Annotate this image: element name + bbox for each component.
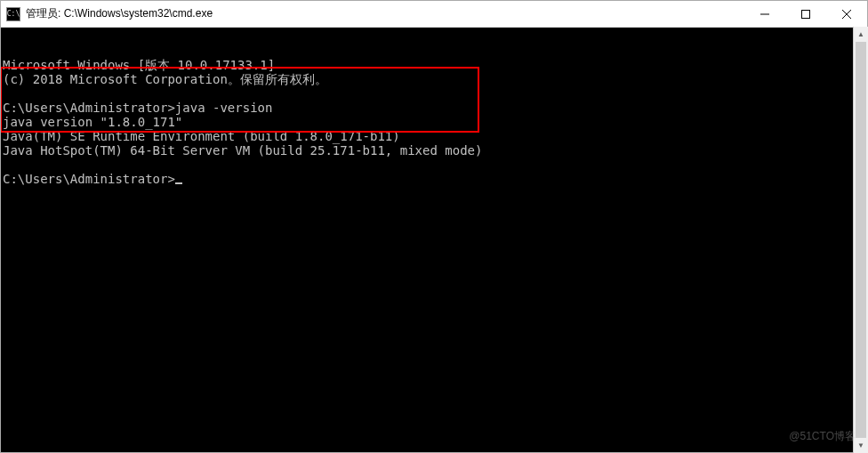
terminal-area[interactable]: Microsoft Windows [版本 10.0.17133.1](c) 2… [1,28,867,452]
cursor [175,182,182,184]
window-controls [744,1,867,27]
terminal-line: Microsoft Windows [版本 10.0.17133.1] [3,58,865,72]
terminal-line: C:\Users\Administrator>java -version [3,101,865,115]
terminal-line: (c) 2018 Microsoft Corporation。保留所有权利。 [3,72,865,86]
titlebar[interactable]: C:\ 管理员: C:\Windows\system32\cmd.exe [1,1,867,28]
close-button[interactable] [826,1,867,27]
maximize-button[interactable] [785,1,826,27]
terminal-line [3,86,865,101]
terminal-line: Java HotSpot(TM) 64-Bit Server VM (build… [3,143,865,158]
vertical-scrollbar[interactable]: ▲ ▼ [853,27,868,453]
scroll-thumb[interactable] [856,42,866,438]
scroll-up-arrow[interactable]: ▲ [854,27,868,42]
scroll-track[interactable] [854,42,868,438]
minimize-button[interactable] [744,1,785,27]
cmd-icon: C:\ [6,7,20,21]
terminal-line: Java(TM) SE Runtime Environment (build 1… [3,129,865,143]
scroll-down-arrow[interactable]: ▼ [854,438,868,453]
terminal-line: C:\Users\Administrator> [3,172,865,186]
terminal-line: java version "1.8.0_171" [3,115,865,129]
window-title: 管理员: C:\Windows\system32\cmd.exe [26,6,213,21]
svg-rect-1 [802,10,810,18]
cmd-window: C:\ 管理员: C:\Windows\system32\cmd.exe Mic… [0,0,868,453]
terminal-line [3,158,865,172]
